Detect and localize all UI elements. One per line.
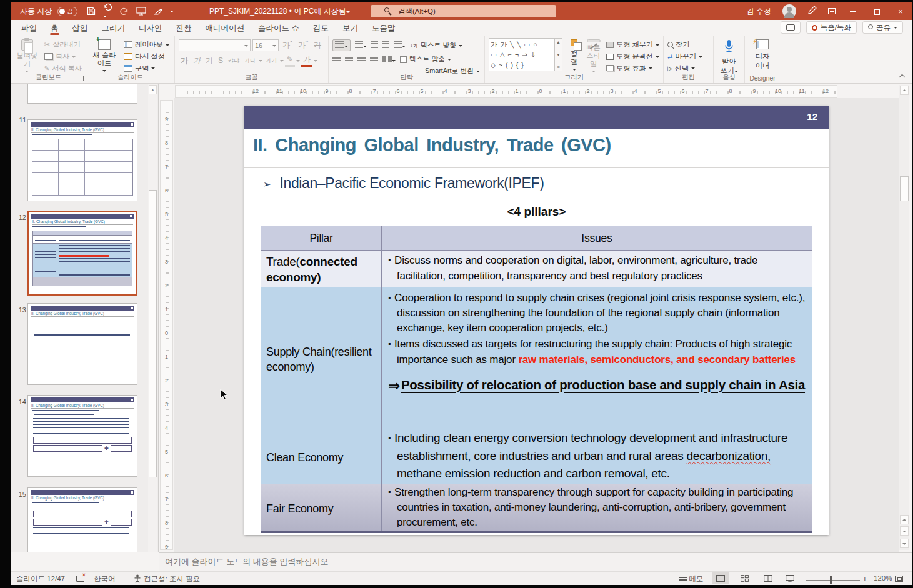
font-color-button[interactable]: 가 xyxy=(301,54,312,67)
thumbnail-slide-13[interactable]: II. Changing Global Industry, Trade (GVC… xyxy=(27,303,137,385)
italic-button[interactable]: 가 xyxy=(191,56,202,66)
slide-sorter-view-button[interactable] xyxy=(736,572,752,584)
find-button[interactable]: 찾기 xyxy=(667,40,702,50)
search-box[interactable]: 검색(Alt+Q) xyxy=(371,5,556,17)
align-right-button[interactable] xyxy=(357,56,366,64)
tab-home[interactable]: 홈 xyxy=(44,20,66,36)
strikethrough-button[interactable]: S xyxy=(216,56,225,66)
bullets-button[interactable] xyxy=(332,39,351,51)
slide-title[interactable]: II. Changing Global Industry, Trade (GVC… xyxy=(253,135,611,156)
slideshow-icon[interactable] xyxy=(136,7,146,16)
cut-button[interactable]: ✂잘라내기 xyxy=(44,40,82,50)
slideshow-view-button[interactable] xyxy=(782,572,798,584)
tab-draw[interactable]: 그리기 xyxy=(95,20,132,36)
replace-button[interactable]: ⇄바꾸기 xyxy=(667,52,702,62)
drawing-dialog-launcher[interactable] xyxy=(656,76,661,81)
notes-toggle-button[interactable]: 메모 xyxy=(679,574,703,584)
pillars-table[interactable]: Pillar Issues Trade(connected economy) ▪… xyxy=(261,226,812,533)
copy-button[interactable]: 복사 xyxy=(44,52,82,62)
undo-icon[interactable] xyxy=(103,2,112,20)
shape-fill-button[interactable]: 도형 채우기 xyxy=(606,40,659,50)
thumbnail-slide-10-partial[interactable] xyxy=(27,84,137,104)
slide-subtitle[interactable]: ➢ Indian–Pacific Economic Framework(IPEF… xyxy=(263,175,544,192)
close-button[interactable]: × xyxy=(894,7,907,16)
font-dialog-launcher[interactable] xyxy=(321,76,326,81)
accessibility-status[interactable]: 접근성: 조사 필요 xyxy=(144,574,200,584)
change-case-button[interactable]: 가기 xyxy=(264,56,279,66)
avatar[interactable] xyxy=(782,4,796,18)
save-icon[interactable] xyxy=(87,7,96,16)
decrease-indent-button[interactable] xyxy=(371,41,378,49)
justify-button[interactable] xyxy=(370,56,378,64)
tab-help[interactable]: 도움말 xyxy=(365,20,402,36)
arrange-button[interactable]: 정렬 xyxy=(567,38,581,73)
quick-styles-button[interactable]: 빠른 스타일 xyxy=(586,38,601,73)
reading-view-button[interactable] xyxy=(760,572,776,584)
qat-customize-icon[interactable] xyxy=(170,11,174,14)
share-button[interactable]: 공유 xyxy=(862,21,903,34)
designer-button[interactable]: ⚡ 디자 이너 xyxy=(749,38,776,73)
shape-outline-button[interactable]: 도형 윤곽선 xyxy=(606,52,659,62)
shrink-font-button[interactable]: 가ˇ xyxy=(296,40,310,51)
grow-font-button[interactable]: 가ˆ xyxy=(281,40,294,51)
reset-button[interactable]: 다시 설정 xyxy=(124,52,169,62)
bold-button[interactable]: 가 xyxy=(179,56,190,66)
tab-view[interactable]: 보기 xyxy=(336,20,365,36)
paragraph-dialog-launcher[interactable] xyxy=(477,76,482,81)
tab-design[interactable]: 디자인 xyxy=(132,20,169,36)
tab-transitions[interactable]: 전환 xyxy=(169,20,199,36)
clear-format-button[interactable]: 가 xyxy=(312,40,323,51)
thumbnail-slide-11[interactable]: II. Changing Global Industry, Trade (GVC… xyxy=(27,119,137,201)
thumbnail-slide-12-selected[interactable]: II. Changing Global Industry, Trade (GVC… xyxy=(27,211,137,296)
char-spacing-button[interactable]: 가나 xyxy=(242,56,257,66)
new-slide-button[interactable]: 새 슬라이드 xyxy=(90,38,119,73)
zoom-slider[interactable] xyxy=(806,580,860,581)
align-center-button[interactable] xyxy=(345,56,353,64)
dictate-button[interactable]: 받아 쓰기 xyxy=(717,38,741,73)
redo-icon[interactable] xyxy=(120,7,129,16)
paste-button[interactable]: 붙여넣기 xyxy=(15,38,39,73)
next-slide-button[interactable] xyxy=(900,526,909,536)
align-left-button[interactable] xyxy=(332,56,341,64)
tab-file[interactable]: 파일 xyxy=(14,20,44,36)
text-shadow-button[interactable]: 캬냐 xyxy=(226,56,241,66)
normal-view-button[interactable] xyxy=(712,572,729,584)
tab-slideshow[interactable]: 슬라이드 쇼 xyxy=(251,20,306,36)
thumbnail-slide-15[interactable]: II. Changing Global Industry, Trade (GVC… xyxy=(27,487,137,552)
scroll-up-arrow-icon[interactable]: ▲ xyxy=(149,85,157,94)
sp-check-button[interactable] xyxy=(76,574,84,582)
zoom-out-button[interactable]: − xyxy=(799,574,804,584)
thumbnail-slide-14[interactable]: II. Changing Global Industry, Trade (GVC… xyxy=(27,395,137,477)
zoom-level[interactable]: 120% xyxy=(874,574,892,582)
language-indicator[interactable]: 한국어 xyxy=(94,574,116,584)
align-text-button[interactable]: 텍스트 맞춤 xyxy=(400,55,451,64)
zoom-in-button[interactable]: + xyxy=(862,574,867,584)
scroll-down-button[interactable] xyxy=(900,539,909,548)
comments-button[interactable] xyxy=(781,21,801,34)
underline-button[interactable]: 가 xyxy=(204,56,215,66)
autosave-toggle[interactable]: 끔 xyxy=(57,7,77,16)
layout-button[interactable]: 레이아웃 xyxy=(124,40,169,50)
thumbnail-scrollbar-thumb[interactable] xyxy=(149,190,157,477)
canvas-scrollbar[interactable] xyxy=(899,85,909,550)
canvas-scrollbar-thumb[interactable] xyxy=(900,176,909,201)
table-caption[interactable]: <4 pillars> xyxy=(244,205,829,219)
clipboard-dialog-launcher[interactable] xyxy=(79,76,84,81)
record-button[interactable]: 녹음/녹화 xyxy=(806,21,857,34)
slide-12-canvas[interactable]: 12 II. Changing Global Industry, Trade (… xyxy=(244,106,829,535)
minimize-button[interactable] xyxy=(847,7,859,16)
maximize-button[interactable] xyxy=(871,7,883,16)
highlight-button[interactable]: ✎ xyxy=(285,54,295,67)
format-painter-icon[interactable] xyxy=(154,7,162,16)
shape-gallery-scroll[interactable]: ▲▼≡ xyxy=(555,38,562,71)
ribbon-display-options-icon[interactable] xyxy=(828,8,836,14)
fit-to-window-button[interactable] xyxy=(895,574,903,582)
select-button[interactable]: ▷선택 xyxy=(667,63,702,73)
shape-effects-button[interactable]: 도형 효과 xyxy=(606,63,659,73)
zoom-slider-thumb[interactable] xyxy=(830,576,832,584)
increase-indent-button[interactable] xyxy=(382,41,389,49)
font-name-combo[interactable] xyxy=(179,39,251,51)
text-direction-button[interactable]: ↓가텍스트 방향 xyxy=(410,41,462,50)
undo-dropdown-icon[interactable] xyxy=(103,16,107,19)
title-dropdown-icon[interactable] xyxy=(346,11,350,15)
